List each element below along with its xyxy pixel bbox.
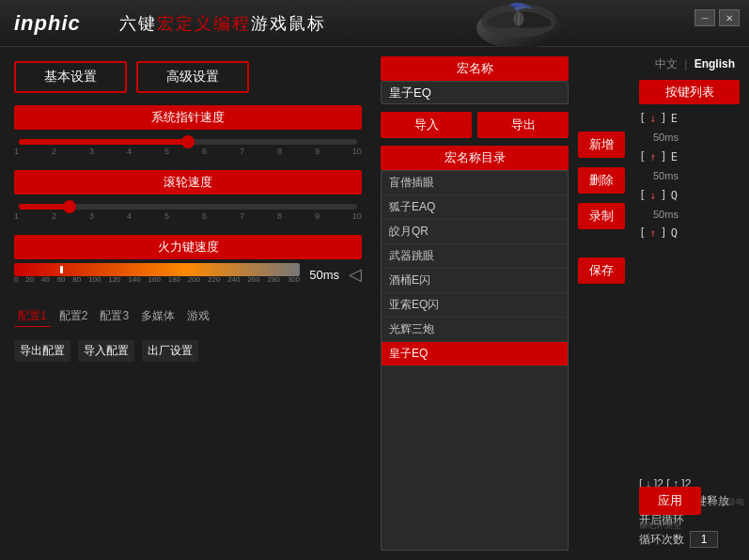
app-logo: inphic (14, 11, 81, 36)
macro-item-6[interactable]: 光辉三炮 (382, 318, 568, 342)
key-bracket-open-3: [ (639, 225, 646, 242)
macro-item-1[interactable]: 狐子EAQ (382, 195, 568, 220)
system-speed-track[interactable] (14, 134, 362, 145)
bottom-buttons: 导出配置 导入配置 出厂设置 (14, 340, 362, 362)
lang-separator: | (684, 57, 687, 70)
macro-item-3[interactable]: 武器跳眼 (382, 244, 568, 269)
key-bracket-close-1: ] (660, 148, 666, 166)
scroll-speed-section: 滚轮速度 12345 678910 (14, 170, 362, 223)
import-export-row: 导入 导出 (381, 112, 569, 138)
middle-panel: 宏名称 导入 导出 宏名称目录 盲僧插眼 狐子EAQ 皎月QR 武器跳眼 酒桶E… (376, 47, 573, 560)
scroll-speed-track[interactable] (14, 199, 362, 210)
key-bracket-close-2: ] (660, 187, 666, 205)
fire-speed-section: 火力键速度 020406080100 120140160180200220 24… (14, 235, 362, 285)
macro-name-label: 宏名称 (381, 56, 569, 81)
fire-speed-row: 020406080100 120140160180200220 24026028… (14, 264, 362, 285)
macro-name-section: 宏名称 (381, 56, 569, 104)
window-controls: ─ ✕ (694, 9, 740, 26)
title-bar: inphic 六键宏定义编程游戏鼠标 (0, 0, 749, 47)
key-entry-1: [ ↑ ] E (639, 148, 740, 166)
import-macro-button[interactable]: 导入 (381, 112, 472, 138)
profile-tab-3[interactable]: 配置3 (96, 306, 133, 327)
macro-name-input[interactable] (381, 81, 569, 104)
right-panel: 中文 | English 按键列表 [ ↓ ] E 50ms [ ↑ ] E 5… (630, 47, 749, 560)
key-entry-0: [ ↓ ] E (639, 110, 740, 128)
key-delay-0: 50ms (653, 130, 740, 147)
key-bracket-open-1: [ (639, 148, 646, 166)
export-macro-button[interactable]: 导出 (477, 112, 569, 138)
loop-count-input[interactable] (690, 531, 718, 548)
macro-item-7[interactable]: 皇子EQ (382, 342, 568, 366)
profile-tab-2[interactable]: 配置2 (55, 306, 92, 327)
system-speed-label: 系统指针速度 (14, 105, 362, 130)
fire-speed-track-wrap[interactable]: 020406080100 120140160180200220 24026028… (14, 266, 300, 284)
record-macro-button[interactable]: 录制 (578, 203, 625, 229)
key-arrow-1: ↑ (649, 148, 656, 166)
key-delay-1: 50ms (653, 168, 740, 185)
loop-count-row: 循环次数 (639, 531, 740, 548)
import-config-button[interactable]: 导入配置 (78, 340, 134, 362)
key-name-3: Q (671, 225, 678, 242)
key-list-content: [ ↓ ] E 50ms [ ↑ ] E 50ms [ ↓ ] Q 50ms (639, 110, 740, 468)
factory-reset-button[interactable]: 出厂设置 (142, 340, 198, 362)
delete-macro-button[interactable]: 删除 (578, 167, 625, 194)
tabs-row: 基本设置 高级设置 (14, 61, 362, 93)
macro-list-wrapper: 盲僧插眼 狐子EAQ 皎月QR 武器跳眼 酒桶E闪 亚索EQ闪 光辉三炮 皇子E… (381, 170, 569, 551)
mouse-image (458, 0, 580, 47)
key-bracket-open-2: [ (639, 187, 646, 205)
key-entry-3: [ ↑ ] Q (639, 225, 740, 242)
key-bracket-open-0: [ (639, 110, 646, 128)
tab-advanced[interactable]: 高级设置 (136, 61, 249, 93)
export-config-button[interactable]: 导出配置 (14, 340, 70, 362)
left-panel: 基本设置 高级设置 系统指针速度 12345 678910 滚轮速度 (0, 47, 376, 560)
profile-tab-game[interactable]: 游戏 (183, 306, 213, 327)
key-name-2: Q (671, 187, 678, 205)
close-button[interactable]: ✕ (719, 9, 740, 26)
app-title-text: 六键宏定义编程游戏鼠标 (119, 14, 326, 33)
profile-tab-1[interactable]: 配置1 (14, 306, 51, 327)
key-bracket-close-0: ] (660, 110, 666, 128)
profile-tab-media[interactable]: 多媒体 (137, 306, 179, 327)
key-bracket-close-3: ] (660, 225, 666, 242)
key-arrow-2: ↓ (649, 187, 656, 205)
macro-item-0[interactable]: 盲僧插眼 (382, 171, 568, 195)
key-entry-2: [ ↓ ] Q (639, 187, 740, 205)
key-delay-2: 50ms (653, 207, 740, 224)
macro-item-5[interactable]: 亚索EQ闪 (382, 293, 568, 318)
fire-speed-arrow: ◁ (349, 264, 362, 285)
fire-marks: 020406080100 120140160180200220 24026028… (14, 275, 300, 284)
lang-en[interactable]: English (694, 57, 735, 70)
key-arrow-3: ↑ (649, 225, 656, 242)
apply-btn-wrap: 应用 头条@电脑吧评测室 (639, 487, 749, 532)
lang-zh[interactable]: 中文 (655, 57, 678, 70)
system-speed-section: 系统指针速度 12345 678910 (14, 105, 362, 158)
loop-count-label: 循环次数 (639, 532, 684, 548)
lang-switcher: 中文 | English (639, 56, 740, 72)
macro-item-4[interactable]: 酒桶E闪 (382, 269, 568, 293)
key-name-1: E (671, 148, 678, 166)
macro-list-label: 宏名称目录 (381, 146, 569, 170)
fire-speed-label: 火力键速度 (14, 235, 362, 259)
apply-button[interactable]: 应用 (639, 487, 701, 515)
tab-basic[interactable]: 基本设置 (14, 61, 127, 93)
key-name-0: E (671, 110, 678, 128)
add-macro-button[interactable]: 新增 (578, 132, 625, 158)
key-arrow-0: ↓ (649, 110, 656, 128)
key-list-label: 按键列表 (639, 80, 740, 104)
macro-item-2[interactable]: 皎月QR (382, 220, 568, 244)
fire-speed-value: 50ms (309, 268, 339, 282)
macro-listbox[interactable]: 盲僧插眼 狐子EAQ 皎月QR 武器跳眼 酒桶E闪 亚索EQ闪 光辉三炮 皇子E… (381, 170, 569, 551)
app-title: 六键宏定义编程游戏鼠标 (100, 12, 326, 35)
save-macro-button[interactable]: 保存 (578, 257, 625, 284)
minimize-button[interactable]: ─ (694, 9, 715, 26)
profile-tabs: 配置1 配置2 配置3 多媒体 游戏 (14, 306, 362, 327)
scroll-speed-label: 滚轮速度 (14, 170, 362, 194)
action-buttons-col: 新增 删除 录制 保存 (573, 122, 630, 560)
